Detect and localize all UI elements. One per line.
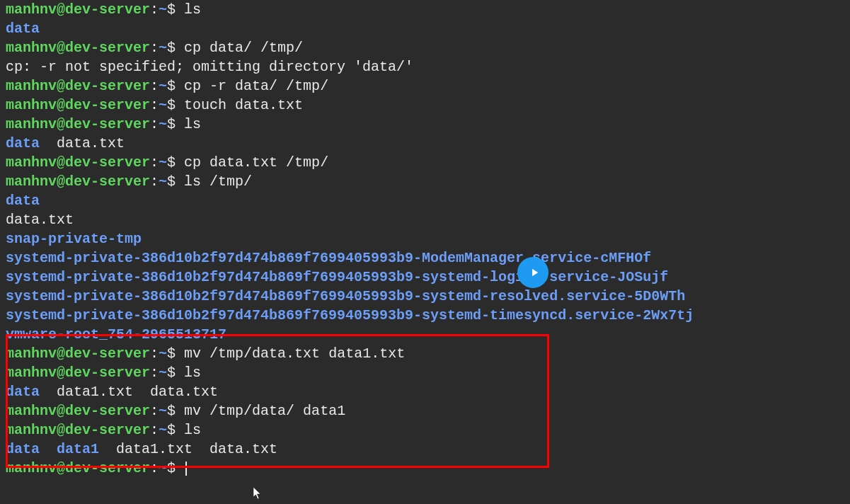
directory-name: systemd-private-386d10b2f97d474b869f7699… (6, 307, 694, 323)
directory-name: vmware-root_754-2965513717 (6, 326, 226, 343)
terminal-line: data data1.txt data.txt (6, 382, 844, 401)
directory-name: systemd-private-386d10b2f97d474b869f7699… (6, 288, 685, 304)
directory-name: data (6, 441, 40, 457)
directory-name: data (6, 21, 40, 37)
terminal-line: manhnv@dev-server:~$ ls (6, 363, 844, 382)
terminal-line: systemd-private-386d10b2f97d474b869f7699… (6, 287, 844, 306)
error-text: cp: -r not specified; omitting directory… (6, 59, 413, 75)
terminal-line: manhnv@dev-server:~$ cp data.txt /tmp/ (6, 153, 844, 172)
file-name: data1.txt data.txt (99, 441, 277, 457)
terminal-line: data (6, 191, 844, 210)
terminal-line: systemd-private-386d10b2f97d474b869f7699… (6, 268, 844, 287)
command-text: mv /tmp/data.txt data1.txt (184, 345, 405, 362)
directory-name: snap-private-tmp (6, 231, 142, 247)
terminal-line: vmware-root_754-2965513717 (6, 325, 844, 344)
command-text: ls (184, 422, 201, 438)
command-text: cp -r data/ /tmp/ (184, 78, 328, 94)
terminal-line: manhnv@dev-server:~$ touch data.txt (6, 96, 844, 115)
terminal-line: cp: -r not specified; omitting directory… (6, 57, 844, 76)
directory-name: data1 (57, 441, 99, 457)
command-text: ls (184, 116, 201, 132)
terminal-output[interactable]: manhnv@dev-server:~$ lsdatamanhnv@dev-se… (6, 0, 844, 478)
command-text: cp data.txt /tmp/ (184, 154, 328, 171)
command-text: touch data.txt (184, 97, 303, 113)
command-text: mv /tmp/data/ data1 (184, 403, 345, 419)
terminal-line: data data1 data1.txt data.txt (6, 440, 844, 459)
terminal-line: manhnv@dev-server:~$ cp -r data/ /tmp/ (6, 76, 844, 96)
terminal-line: systemd-private-386d10b2f97d474b869f7699… (6, 248, 844, 268)
terminal-line: manhnv@dev-server:~$ ls (6, 115, 844, 134)
terminal-line: manhnv@dev-server:~$ ls (6, 0, 844, 19)
file-name (40, 441, 57, 457)
file-name: data.txt (6, 212, 74, 228)
command-text: ls (184, 365, 201, 381)
terminal-line: manhnv@dev-server:~$ mv /tmp/data/ data1 (6, 401, 844, 420)
command-text: cp data/ /tmp/ (184, 40, 303, 56)
directory-name: data (6, 384, 40, 400)
terminal-line: data (6, 19, 844, 38)
terminal-line: snap-private-tmp (6, 229, 844, 248)
directory-name: systemd-private-386d10b2f97d474b869f7699… (6, 250, 651, 266)
directory-name: data (6, 193, 40, 209)
play-button[interactable] (517, 257, 549, 288)
file-name: data1.txt data.txt (40, 384, 218, 400)
terminal-line: systemd-private-386d10b2f97d474b869f7699… (6, 306, 844, 325)
terminal-line: manhnv@dev-server:~$ (6, 459, 844, 478)
file-name: data.txt (40, 135, 125, 151)
directory-name: systemd-private-386d10b2f97d474b869f7699… (6, 269, 668, 285)
command-text: ls (184, 1, 201, 18)
play-icon (528, 266, 541, 279)
terminal-line: manhnv@dev-server:~$ cp data/ /tmp/ (6, 38, 844, 57)
terminal-line: data.txt (6, 210, 844, 229)
text-cursor (185, 462, 187, 476)
terminal-line: manhnv@dev-server:~$ ls (6, 420, 844, 440)
terminal-line: data data.txt (6, 134, 844, 153)
mouse-cursor-icon (253, 487, 263, 504)
terminal-line: manhnv@dev-server:~$ ls /tmp/ (6, 172, 844, 191)
directory-name: data (6, 135, 40, 151)
command-text: ls /tmp/ (184, 173, 252, 190)
terminal-line: manhnv@dev-server:~$ mv /tmp/data.txt da… (6, 344, 844, 363)
